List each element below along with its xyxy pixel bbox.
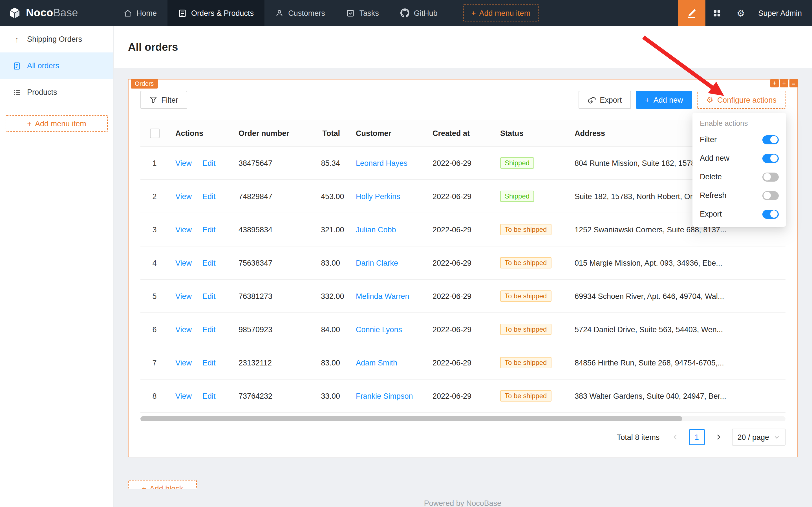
menu-item-add-new[interactable]: Add new [692, 149, 786, 168]
nav-item-orders-products[interactable]: Orders & Products [168, 0, 265, 26]
nav-item-tasks[interactable]: Tasks [336, 0, 390, 26]
edit-link[interactable]: Edit [202, 292, 216, 300]
row-actions: ViewEdit [169, 379, 232, 412]
row-actions: ViewEdit [169, 213, 232, 246]
block-add-icon[interactable]: + [770, 79, 779, 88]
page-number-button[interactable]: 1 [689, 429, 705, 445]
navbar-right: ⚙ Super Admin [678, 0, 812, 26]
table-row: 5ViewEdit76381273332.00Melinda Warren202… [140, 279, 786, 313]
nav-item-customers[interactable]: Customers [265, 0, 336, 26]
prev-page-button[interactable] [668, 429, 683, 445]
customer-link[interactable]: Adam Smith [356, 358, 397, 367]
status-badge: To be shipped [500, 257, 551, 269]
edit-link[interactable]: Edit [202, 325, 216, 334]
view-link[interactable]: View [175, 325, 192, 334]
export-button[interactable]: Export [578, 91, 631, 109]
horizontal-scrollbar-thumb[interactable] [140, 416, 682, 421]
chevron-right-icon [715, 434, 721, 441]
row-index: 5 [140, 279, 169, 313]
view-link[interactable]: View [175, 159, 192, 167]
row-actions: ViewEdit [169, 146, 232, 180]
refresh-toggle[interactable] [762, 191, 779, 200]
edit-link[interactable]: Edit [202, 225, 216, 234]
settings-gear-icon[interactable]: ⚙ [729, 0, 753, 26]
plugin-manager-icon[interactable] [705, 0, 729, 26]
enable-actions-header: Enable actions [692, 116, 786, 130]
sidebar-item-all-orders[interactable]: All orders [0, 52, 113, 79]
menu-item-refresh[interactable]: Refresh [692, 186, 786, 205]
ui-editor-button[interactable] [678, 0, 705, 26]
export-toggle[interactable] [762, 210, 779, 219]
order-number-cell: 43895834 [232, 213, 314, 246]
customer-link[interactable]: Julian Cobb [356, 225, 396, 234]
table-row: 1ViewEdit3847564785.34Leonard Hayes2022-… [140, 146, 786, 180]
edit-link[interactable]: Edit [202, 358, 216, 367]
edit-link[interactable]: Edit [202, 192, 216, 201]
user-menu[interactable]: Super Admin [753, 0, 812, 26]
column-header-actions: Actions [169, 120, 232, 146]
menu-item-filter[interactable]: Filter [692, 130, 786, 149]
column-header-status: Status [494, 120, 568, 146]
actions-divider [197, 193, 197, 201]
edit-link[interactable]: Edit [202, 159, 216, 167]
status-cell: To be shipped [494, 379, 568, 412]
edit-link[interactable]: Edit [202, 392, 216, 400]
customer-link[interactable]: Darin Clarke [356, 259, 398, 267]
github-icon [400, 8, 409, 17]
column-header-customer: Customer [349, 120, 426, 146]
filter-button[interactable]: Filter [140, 91, 187, 109]
add-menu-item-button-top[interactable]: + Add menu item [463, 4, 539, 21]
plus-icon: + [471, 9, 476, 17]
customer-link[interactable]: Frankie Simpson [356, 392, 413, 400]
status-badge: To be shipped [500, 224, 551, 235]
brand-logo[interactable]: NocoBase [0, 0, 113, 26]
sidebar-item-shipping-orders[interactable]: ↑ Shipping Orders [0, 26, 113, 52]
view-link[interactable]: View [175, 259, 192, 267]
customer-link[interactable]: Melinda Warren [356, 292, 409, 300]
nav-item-github[interactable]: GitHub [390, 0, 448, 26]
add-menu-item-button-side[interactable]: + Add menu item [6, 115, 108, 132]
status-badge: Shipped [500, 190, 534, 202]
view-link[interactable]: View [175, 292, 192, 300]
nav-item-home[interactable]: Home [113, 0, 168, 26]
customer-link[interactable]: Holly Perkins [356, 192, 400, 201]
column-header-created-at: Created at [426, 120, 494, 146]
view-link[interactable]: View [175, 392, 192, 400]
created-at-cell: 2022-06-29 [426, 379, 494, 412]
block-drag-icon[interactable]: ≡ [790, 79, 798, 88]
tasks-icon [347, 9, 355, 17]
edit-link[interactable]: Edit [202, 259, 216, 267]
block-designer-toolbar: + + ≡ [770, 79, 798, 88]
created-at-cell: 2022-06-29 [426, 313, 494, 346]
pagination-total: Total 8 items [617, 433, 660, 441]
customer-link[interactable]: Connie Lyons [356, 325, 402, 334]
view-link[interactable]: View [175, 192, 192, 201]
select-all-checkbox[interactable] [150, 128, 159, 138]
add-block-button[interactable]: + Add block [128, 480, 197, 489]
row-actions: ViewEdit [169, 279, 232, 313]
status-cell: To be shipped [494, 246, 568, 279]
menu-item-delete[interactable]: Delete [692, 168, 786, 186]
filter-toggle[interactable] [762, 135, 779, 144]
home-icon [123, 9, 132, 17]
actions-divider [197, 160, 197, 167]
add-new-toggle[interactable] [762, 154, 779, 163]
total-cell: 453.00 [314, 180, 349, 213]
menu-item-export[interactable]: Export [692, 205, 786, 223]
main-menu: Home Orders & Products Customers Tasks G… [113, 0, 448, 26]
customer-link[interactable]: Leonard Hayes [356, 159, 407, 167]
view-link[interactable]: View [175, 225, 192, 234]
status-cell: Shipped [494, 146, 568, 180]
customer-cell: Leonard Hayes [349, 146, 426, 180]
orders-table-body: 1ViewEdit3847564785.34Leonard Hayes2022-… [140, 146, 786, 412]
page-size-select[interactable]: 20 / page [732, 429, 786, 446]
total-cell: 83.00 [314, 346, 349, 379]
add-new-button[interactable]: + Add new [636, 91, 692, 109]
next-page-button[interactable] [710, 429, 726, 445]
view-link[interactable]: View [175, 358, 192, 367]
configure-actions-button[interactable]: ⚙ Configure actions [697, 91, 786, 109]
delete-toggle[interactable] [762, 172, 779, 181]
total-cell: 85.34 [314, 146, 349, 180]
block-add-icon-2[interactable]: + [780, 79, 788, 88]
sidebar-item-products[interactable]: Products [0, 79, 113, 106]
